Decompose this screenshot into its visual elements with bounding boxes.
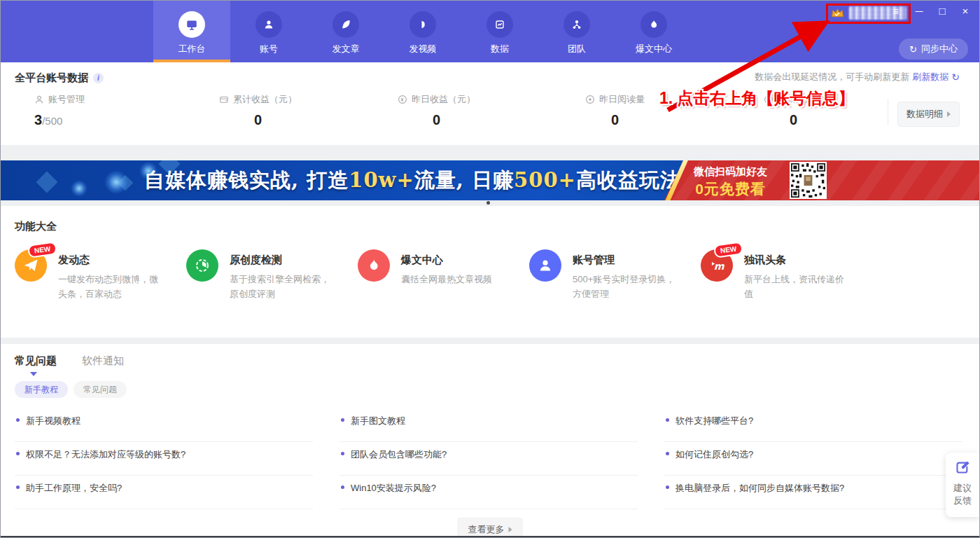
faq-item[interactable]: 权限不足？无法添加对应等级的账号数? — [15, 442, 313, 476]
sync-center-button[interactable]: ↻ 同步中心 — [899, 39, 968, 60]
data-detail-button[interactable]: 数据明细 — [897, 102, 960, 127]
banner-square-deco — [36, 171, 57, 193]
app-window: 工作台 账号 发文章 发视频 — [0, 0, 980, 538]
window-controls: ≡ ─ □ × — [890, 5, 971, 17]
metric-total-income: 累计收益（元） 0 — [169, 93, 347, 128]
chevron-right-icon — [947, 111, 951, 117]
minimize-icon[interactable]: ─ — [913, 5, 925, 17]
tab-faq[interactable]: 常见问题 — [15, 354, 57, 368]
bullet-dot — [341, 452, 344, 455]
divider — [888, 99, 888, 125]
faq-item[interactable]: 团队会员包含哪些功能? — [340, 442, 638, 476]
nav-tab-hot-center[interactable]: 爆文中心 — [615, 1, 692, 62]
feature-desc: 囊括全网最热文章视频 — [401, 272, 492, 287]
video-crescent-icon — [410, 11, 436, 38]
stats-title-text: 全平台账号数据 — [15, 71, 88, 85]
faq-item[interactable]: 软件支持哪些平台? — [664, 408, 962, 442]
sync-label: 同步中心 — [921, 43, 958, 55]
feature-cards: NEW 发动态 一键发布动态到微博，微头条，百家动态 原创度检测 基于搜索引擎全… — [15, 249, 872, 301]
account-person-icon — [255, 11, 282, 38]
faq-panel: 常见问题 软件通知 新手教程 常见问题 新手视频教程 权限不足？无法添加对应等级… — [1, 344, 979, 537]
metric-value: 0 — [704, 112, 883, 128]
paper-plane-icon: NEW — [15, 249, 47, 282]
feature-desc: 基于搜索引擎全网检索，原创度评测 — [230, 272, 335, 301]
wechat-promo: 微信扫码加好友 0元免费看 — [694, 165, 767, 199]
metric-value: 0 — [347, 112, 526, 128]
metric-value: 3 — [34, 112, 42, 127]
pill-common-questions[interactable]: 常见问题 — [74, 381, 127, 398]
faq-column: 新手图文教程 团队会员包含哪些功能? Win10安装提示风险? — [340, 408, 638, 509]
view-more-label: 查看更多 — [468, 523, 505, 536]
team-org-icon — [564, 11, 590, 38]
metric-yesterday-income: ¥ 昨日收益（元） 0 — [347, 93, 526, 128]
top-nav-bar: 工作台 账号 发文章 发视频 — [1, 1, 979, 62]
maximize-icon[interactable]: □ — [937, 5, 948, 17]
nav-tab-label: 工作台 — [178, 43, 206, 55]
wallet-icon — [219, 95, 229, 104]
metric-label: 昨日阅读量 — [599, 93, 645, 106]
hamburger-menu-icon[interactable]: ≡ — [890, 5, 902, 17]
crown-vip-icon — [831, 7, 844, 19]
faq-item[interactable]: 助手工作原理，安全吗? — [15, 476, 313, 509]
feature-title: 原创度检测 — [230, 254, 335, 267]
metric-total: /500 — [42, 115, 62, 127]
feature-desc: 新平台上线，资讯传递价值 — [744, 272, 849, 301]
carousel-indicator-dot[interactable] — [486, 201, 490, 205]
refresh-data-link[interactable]: 刷新数据 — [912, 71, 948, 83]
feature-card-hot-center[interactable]: 爆文中心 囊括全网最热文章视频 — [358, 249, 529, 301]
nav-tab-label: 爆文中心 — [636, 43, 672, 55]
free-line: 0元免费看 — [694, 179, 767, 199]
feedback-widget[interactable]: 建议 反馈 — [946, 453, 979, 517]
nav-tab-publish-article[interactable]: 发文章 — [307, 1, 384, 62]
tab-software-notice[interactable]: 软件通知 — [82, 354, 124, 368]
faq-item[interactable]: 如何记住原创勾选? — [664, 442, 962, 476]
bullet-dot — [341, 485, 344, 489]
pill-beginner-tutorial[interactable]: 新手教程 — [15, 381, 68, 398]
feature-desc: 500+账号实时登录切换，方便管理 — [573, 272, 678, 301]
bullet-dot — [16, 485, 20, 489]
view-more-button[interactable]: 查看更多 — [458, 518, 523, 538]
feature-title: 发动态 — [58, 254, 163, 267]
nav-tab-workbench[interactable]: 工作台 — [153, 1, 230, 62]
refresh-tip: 数据会出现延迟情况，可手动刷新更新 刷新数据 ↻ — [755, 71, 960, 83]
feather-quill-icon — [332, 11, 359, 38]
data-detail-label: 数据明细 — [906, 108, 943, 120]
faq-item[interactable]: Win10安装提示风险? — [340, 476, 638, 509]
nav-tab-label: 发文章 — [332, 43, 360, 55]
metric-value: 0 — [169, 112, 347, 128]
flame-icon — [358, 249, 390, 282]
duxun-logo-icon: m NEW — [701, 249, 733, 282]
workbench-monitor-icon — [178, 11, 205, 38]
feature-card-duxun-toutiao[interactable]: m NEW 独讯头条 新平台上线，资讯传递价值 — [701, 249, 872, 301]
yen-circle-icon: ¥ — [398, 95, 407, 104]
new-badge: NEW — [27, 241, 58, 258]
faq-item[interactable]: 换电脑登录后，如何同步自媒体账号数据? — [664, 476, 962, 509]
features-panel: 功能大全 NEW 发动态 一键发布动态到微博，微头条，百家动态 原创度检测 — [1, 206, 979, 338]
nav-tab-publish-video[interactable]: 发视频 — [384, 1, 461, 62]
refresh-icon[interactable]: ↻ — [951, 71, 960, 83]
read-count-icon — [585, 95, 595, 104]
faq-column: 软件支持哪些平台? 如何记住原创勾选? 换电脑登录后，如何同步自媒体账号数据? — [664, 408, 962, 509]
metric-value: 0 — [526, 112, 704, 128]
faq-grid: 新手视频教程 权限不足？无法添加对应等级的账号数? 助手工作原理，安全吗? 新手… — [15, 408, 962, 509]
metric-account-management: 账号管理 3/500 — [15, 93, 169, 128]
feature-title: 独讯头条 — [744, 254, 849, 267]
new-badge: NEW — [713, 241, 744, 258]
svg-text:m: m — [714, 261, 725, 272]
nav-tab-account[interactable]: 账号 — [230, 1, 307, 62]
close-icon[interactable]: × — [960, 5, 971, 17]
nav-tab-team[interactable]: 团队 — [538, 1, 615, 62]
feature-card-post-moments[interactable]: NEW 发动态 一键发布动态到微博，微头条，百家动态 — [15, 249, 186, 301]
faq-item[interactable]: 新手视频教程 — [15, 408, 313, 442]
banner-light-deco — [71, 180, 88, 197]
feature-card-originality-check[interactable]: 原创度检测 基于搜索引擎全网检索，原创度评测 — [186, 249, 358, 301]
promo-banner[interactable]: 自媒体赚钱实战, 打造10w+流量, 日赚500+高收益玩法 微信扫码加好友 0… — [1, 160, 979, 200]
feature-card-account-management[interactable]: 账号管理 500+账号实时登录切换，方便管理 — [529, 249, 701, 301]
info-icon[interactable]: i — [93, 73, 104, 83]
person-icon — [529, 249, 561, 282]
nav-tab-data[interactable]: 数据 — [461, 1, 538, 62]
nav-tab-label: 发视频 — [410, 43, 437, 55]
user-metric-icon — [34, 95, 44, 104]
feature-desc: 一键发布动态到微博，微头条，百家动态 — [58, 272, 163, 301]
faq-item[interactable]: 新手图文教程 — [340, 408, 638, 442]
